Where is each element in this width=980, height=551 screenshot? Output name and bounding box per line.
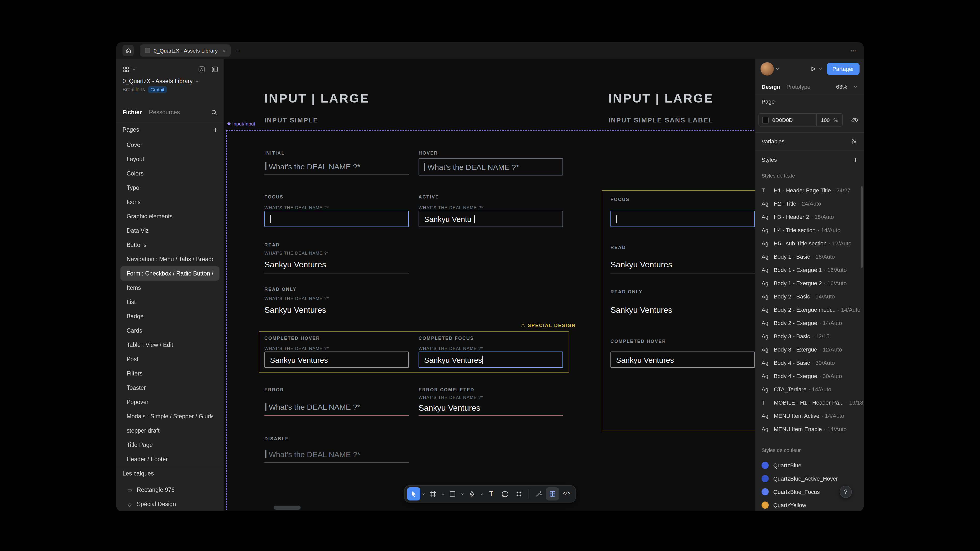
sidebar-page-item[interactable]: Layout: [121, 152, 220, 166]
layer-item[interactable]: ◇ Spécial Design: [121, 497, 220, 511]
frame-tool-button[interactable]: [426, 487, 440, 500]
board1-title[interactable]: INPUT | LARGE: [264, 91, 369, 106]
component-instance-tag[interactable]: Input/Input: [228, 121, 255, 127]
tab-fichier[interactable]: Fichier: [123, 109, 142, 115]
sidebar-page-item[interactable]: Badge: [121, 309, 220, 324]
zoom-level[interactable]: 63%: [836, 83, 847, 89]
input-completed-hover-no-label[interactable]: Sankyu Ventures: [611, 351, 755, 368]
visibility-eye-icon[interactable]: [851, 116, 859, 124]
board1-subtitle[interactable]: INPUT SIMPLE: [264, 116, 318, 124]
text-style-item[interactable]: T MOBILE - H1 - Header Pa... · 19/18: [756, 396, 864, 409]
text-style-item[interactable]: Ag Body 1 - Exergue 1 · 16/Auto: [756, 263, 864, 276]
text-style-item[interactable]: T H1 - Header Page Title · 24/27: [756, 184, 864, 197]
text-style-item[interactable]: Ag H2 - Title · 24/Auto: [756, 197, 864, 210]
actions-tool-button[interactable]: [512, 487, 525, 500]
page-color-field[interactable]: 0D0D0D 100 %: [759, 113, 843, 127]
text-style-item[interactable]: Ag H3 - Header 2 · 18/Auto: [756, 210, 864, 224]
color-style-item[interactable]: QuartzYellow: [756, 499, 864, 511]
text-style-item[interactable]: Ag Body 1 - Exergue 2 · 16/Auto: [756, 276, 864, 290]
collapse-sidebar-icon[interactable]: [211, 66, 218, 73]
sidebar-page-item[interactable]: Typo: [121, 181, 220, 195]
variables-adjust-icon[interactable]: [850, 138, 858, 145]
close-tab-icon[interactable]: ×: [222, 48, 226, 53]
text-style-item[interactable]: Ag Body 2 - Exergue · 14/Auto: [756, 316, 864, 330]
sidebar-page-item[interactable]: Items: [121, 281, 220, 295]
text-style-item[interactable]: Ag Body 2 - Exergue medi... · 14/Auto: [756, 303, 864, 316]
move-tool-button[interactable]: [407, 487, 420, 500]
share-button[interactable]: Partager: [827, 63, 859, 75]
text-style-item[interactable]: Ag Body 4 - Basic · 30/Auto: [756, 356, 864, 369]
file-title-row[interactable]: 0_QuartzX - Assets Library: [123, 78, 218, 84]
frame-tool-chevron[interactable]: [440, 487, 445, 500]
input-read-no-label[interactable]: Sankyu Ventures: [611, 257, 755, 273]
pen-tool-chevron[interactable]: [479, 487, 484, 500]
page-color-hex[interactable]: 0D0D0D: [772, 117, 793, 123]
tab-design[interactable]: Design: [762, 83, 780, 89]
text-style-item[interactable]: Ag Body 1 - Basic · 16/Auto: [756, 250, 864, 263]
present-play-icon[interactable]: [810, 65, 817, 73]
main-menu-icon[interactable]: [123, 66, 130, 73]
text-style-item[interactable]: Ag Body 3 - Exergue · 12/Auto: [756, 343, 864, 356]
input-read-only-no-label[interactable]: Sankyu Ventures: [611, 303, 755, 318]
chevron-down-icon[interactable]: [818, 67, 822, 71]
sidebar-page-item[interactable]: Table : View / Edit: [121, 338, 220, 352]
sidebar-page-item[interactable]: Navigation : Menu / Tabs / Breadcrumb: [121, 252, 220, 266]
code-button[interactable]: </>: [560, 487, 573, 500]
sidebar-page-item[interactable]: Colors: [121, 166, 220, 181]
sidebar-page-item[interactable]: Icons: [121, 195, 220, 209]
text-style-item[interactable]: Ag Body 2 - Basic · 14/Auto: [756, 290, 864, 303]
sidebar-page-item[interactable]: Popover: [121, 395, 220, 409]
add-page-button[interactable]: +: [213, 126, 218, 133]
text-style-item[interactable]: Ag H4 - Title section · 14/Auto: [756, 224, 864, 237]
pen-tool-button[interactable]: [465, 487, 479, 500]
chevron-down-icon[interactable]: [775, 67, 780, 71]
sidebar-page-item[interactable]: Modals : Simple / Stepper / Guided Tour: [121, 409, 220, 424]
add-style-button[interactable]: +: [853, 156, 858, 163]
home-button[interactable]: [123, 45, 134, 56]
input-completed-focus[interactable]: Sankyu Ventures: [418, 351, 563, 368]
file-tab[interactable]: 0_QuartzX - Assets Library ×: [140, 44, 231, 57]
tab-ressources[interactable]: Ressources: [149, 109, 180, 115]
sidebar-page-item[interactable]: Cover: [121, 138, 220, 152]
sidebar-page-item[interactable]: Data Viz: [121, 224, 220, 238]
input-read[interactable]: Sankyu Ventures: [264, 257, 409, 273]
design-canvas[interactable]: Input/Input INPUT | LARGE INPUT SIMPLE I…: [224, 59, 756, 511]
text-tool-button[interactable]: T: [485, 487, 498, 500]
assets-icon[interactable]: A: [198, 66, 205, 73]
input-error[interactable]: What’s the DEAL NAME ?*: [264, 399, 409, 416]
search-icon[interactable]: [211, 109, 218, 116]
sidebar-page-item[interactable]: Post: [121, 352, 220, 366]
file-location[interactable]: Brouillons: [123, 87, 145, 92]
text-style-item[interactable]: Ag CTA_Tertiare · 14/Auto: [756, 383, 864, 396]
shape-tool-chevron[interactable]: [460, 487, 465, 500]
input-read-only[interactable]: Sankyu Ventures: [264, 303, 409, 318]
scrollbar-thumb[interactable]: [861, 186, 862, 268]
comment-tool-button[interactable]: [498, 487, 512, 500]
input-completed-hover[interactable]: Sankyu Ventures: [264, 351, 409, 368]
chevron-down-icon[interactable]: [132, 67, 136, 71]
input-focus[interactable]: [264, 211, 409, 227]
layer-item[interactable]: ▭ Rectangle 976: [121, 483, 220, 497]
input-focus-no-label[interactable]: [611, 211, 755, 227]
sidebar-page-item[interactable]: Filters: [121, 366, 220, 381]
input-active[interactable]: Sankyu Ventu: [418, 211, 563, 227]
help-button[interactable]: ?: [840, 486, 852, 498]
dev-mode-toggle-button[interactable]: [546, 487, 559, 500]
sidebar-page-item[interactable]: stepper draft: [121, 424, 220, 438]
input-error-completed[interactable]: Sankyu Ventures: [418, 401, 563, 416]
window-more-icon[interactable]: ⋯: [850, 47, 858, 54]
page-color-swatch[interactable]: [762, 117, 769, 123]
sidebar-page-item[interactable]: Header / Footer: [121, 452, 220, 466]
input-hover[interactable]: What’s the DEAL NAME ?*: [418, 158, 563, 176]
board2-subtitle[interactable]: INPUT SIMPLE SANS LABEL: [608, 116, 713, 124]
sidebar-page-item[interactable]: Buttons: [121, 238, 220, 252]
chevron-down-icon[interactable]: [195, 79, 199, 83]
sidebar-page-item[interactable]: Toaster: [121, 381, 220, 395]
input-initial[interactable]: What’s the DEAL NAME ?*: [264, 158, 409, 175]
avatar[interactable]: [760, 62, 774, 76]
board2-title[interactable]: INPUT | LARGE: [608, 91, 713, 106]
ai-wand-button[interactable]: [532, 487, 546, 500]
sidebar-page-item[interactable]: List: [121, 295, 220, 309]
text-style-item[interactable]: Ag Body 4 - Exergue · 30/Auto: [756, 369, 864, 383]
text-style-item[interactable]: Ag MENU Item Active · 14/Auto: [756, 409, 864, 422]
